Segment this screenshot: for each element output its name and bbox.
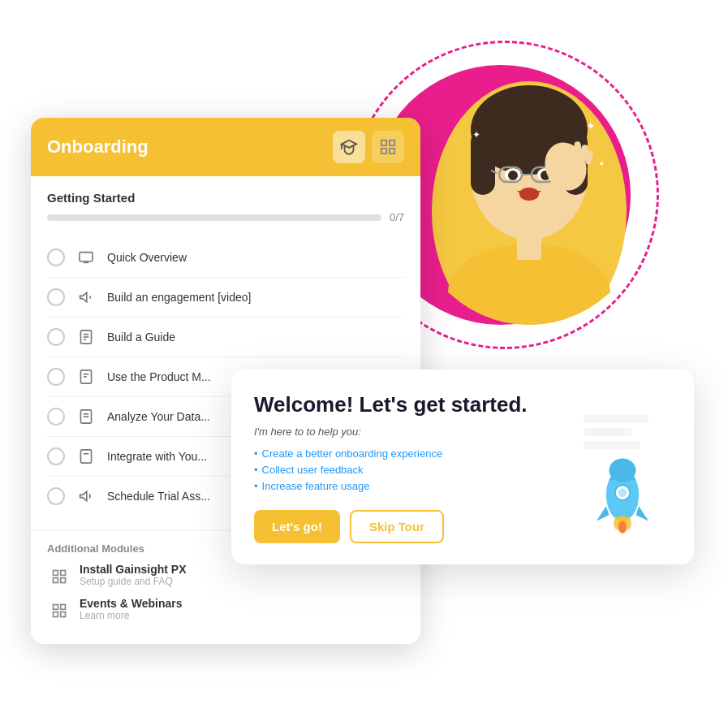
popup-content: Welcome! Let's get started. I'm here to …: [254, 392, 558, 543]
check-circle: [47, 368, 65, 386]
check-circle: [47, 487, 65, 505]
panel-icons: [333, 131, 404, 163]
module-item: Events & Webinars Learn more: [47, 597, 404, 623]
person-image: ✦ ✦ ✦: [403, 49, 655, 325]
svg-rect-25: [390, 140, 394, 145]
module-text: Install Gainsight PX Setup guide and FAQ: [80, 563, 186, 587]
item-label: Schedule Trial Ass...: [107, 490, 210, 503]
grid-icon: [47, 564, 71, 589]
popup-title: Welcome! Let's get started.: [254, 392, 558, 417]
progress-row: 0/7: [47, 211, 404, 223]
svg-rect-44: [61, 571, 66, 576]
svg-rect-46: [61, 578, 66, 583]
list-item: Build an engagement [video]: [47, 278, 404, 318]
module-name: Install Gainsight PX: [80, 563, 186, 576]
megaphone-icon: [75, 286, 97, 309]
tab-graduation[interactable]: [333, 131, 365, 163]
guide-icon: [75, 326, 97, 348]
svg-point-54: [618, 488, 627, 497]
tab-grid[interactable]: [372, 131, 404, 163]
list-item-2: Collect user feedback: [254, 464, 558, 476]
item-label: Quick Overview: [107, 251, 187, 264]
bg-bar: [584, 428, 632, 436]
svg-point-14: [519, 188, 539, 201]
check-circle: [47, 447, 65, 465]
panel-header: Onboarding: [31, 118, 420, 176]
svg-rect-48: [61, 605, 66, 610]
item-label: Use the Product M...: [107, 370, 211, 383]
product-icon: [75, 365, 97, 388]
svg-text:✦: ✦: [598, 159, 605, 168]
svg-rect-28: [80, 253, 93, 261]
bg-bars: [584, 415, 648, 449]
progress-bar: [47, 214, 381, 221]
svg-text:✦: ✦: [586, 119, 596, 132]
rocket-icon: [586, 454, 659, 543]
svg-rect-45: [54, 578, 58, 583]
monitor-icon: [75, 246, 97, 269]
panel-title: Onboarding: [47, 136, 149, 158]
bg-bar: [584, 441, 640, 449]
list-item-1: Create a better onboarding experience: [254, 447, 558, 460]
bg-bar: [584, 415, 648, 423]
schedule-icon: [75, 485, 97, 508]
module-text: Events & Webinars Learn more: [80, 597, 183, 621]
progress-text: 0/7: [390, 211, 404, 223]
list-item: Quick Overview: [47, 238, 404, 278]
item-label: Analyze Your Data...: [107, 410, 210, 423]
svg-point-7: [508, 171, 518, 180]
item-label: Build a Guide: [107, 331, 175, 344]
module-sub: Setup guide and FAQ: [80, 576, 186, 587]
svg-point-58: [618, 521, 626, 534]
item-label: Build an engagement [video]: [107, 291, 251, 304]
integrate-icon: [75, 445, 97, 468]
analyze-icon: [75, 405, 97, 428]
welcome-popup: Welcome! Let's get started. I'm here to …: [231, 369, 694, 564]
svg-rect-43: [54, 571, 58, 576]
svg-rect-24: [381, 140, 386, 145]
svg-rect-50: [61, 612, 66, 617]
grid-icon-2: [47, 598, 71, 623]
svg-rect-26: [381, 149, 386, 153]
lets-go-button[interactable]: Let's go!: [254, 510, 340, 543]
rocket-area: [574, 392, 671, 543]
check-circle: [47, 408, 65, 426]
check-circle: [47, 248, 65, 266]
module-item: Install Gainsight PX Setup guide and FAQ: [47, 563, 404, 589]
svg-rect-47: [54, 605, 58, 610]
module-sub: Learn more: [80, 610, 183, 621]
popup-list: Create a better onboarding experience Co…: [254, 447, 558, 492]
list-item-3: Increase feature usage: [254, 480, 558, 492]
list-item: Build a Guide: [47, 318, 404, 357]
check-circle: [47, 328, 65, 346]
svg-rect-41: [80, 450, 91, 463]
popup-subtitle: I'm here to to help you:: [254, 426, 558, 438]
svg-rect-49: [54, 612, 58, 617]
item-label: Integrate with You...: [107, 450, 207, 463]
module-name: Events & Webinars: [80, 597, 183, 610]
svg-rect-20: [517, 227, 541, 260]
section-title: Getting Started: [47, 191, 404, 205]
popup-buttons: Let's go! Skip Tour: [254, 510, 558, 543]
skip-tour-button[interactable]: Skip Tour: [350, 510, 444, 543]
svg-rect-27: [390, 149, 394, 153]
svg-text:✦: ✦: [472, 129, 480, 140]
check-circle: [47, 288, 65, 306]
